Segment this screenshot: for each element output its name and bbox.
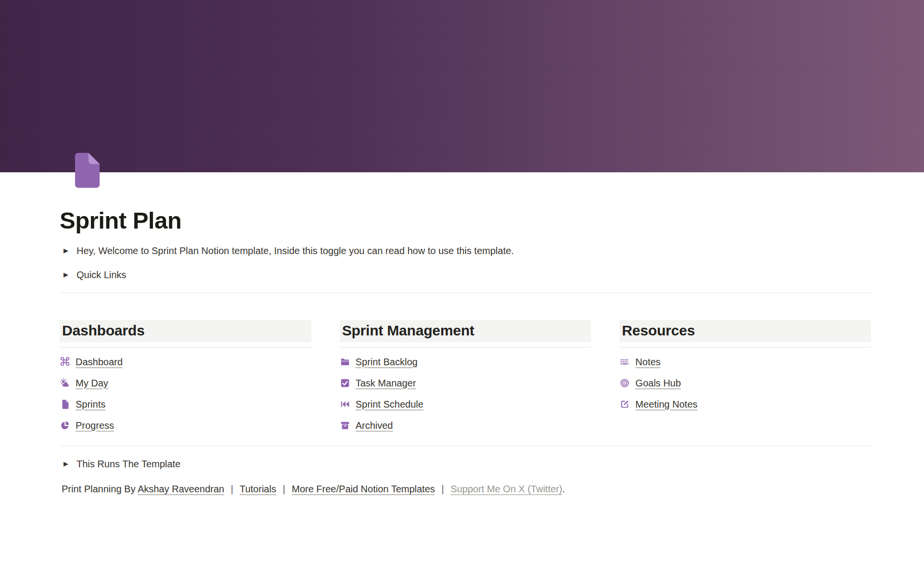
page-link-progress[interactable]: Progress <box>60 420 311 431</box>
page-link-sprints[interactable]: Sprints <box>60 398 311 410</box>
section-heading: Resources <box>619 320 871 342</box>
divider <box>60 446 871 446</box>
footer-link-support-x[interactable]: Support Me On X (Twitter) <box>450 484 562 494</box>
keyboard-icon <box>619 357 630 367</box>
cover-image <box>0 0 924 172</box>
link-list: ⌘ Dashboard <box>60 356 311 431</box>
page-link-goals-hub[interactable]: Goals Hub <box>619 377 871 389</box>
page-link-sprint-backlog[interactable]: Sprint Backlog <box>340 356 591 368</box>
link-list: Notes Goals Hub <box>619 356 871 410</box>
footer-link-templates[interactable]: More Free/Paid Notion Templates <box>292 484 435 494</box>
page-link-label: Progress <box>76 420 114 431</box>
page-link-label: Sprints <box>76 399 105 410</box>
page-link-archived[interactable]: Archived <box>340 420 591 431</box>
footer: Print Planning By Akshay Raveendran | Tu… <box>60 482 871 496</box>
toggle-triangle-icon[interactable]: ▶ <box>62 459 70 469</box>
command-icon: ⌘ <box>60 357 70 367</box>
folder-icon <box>340 357 350 367</box>
divider <box>619 347 871 347</box>
compose-icon <box>619 399 630 410</box>
footer-period: . <box>562 484 565 494</box>
toggle-triangle-icon[interactable]: ▶ <box>62 246 70 256</box>
page-link-notes[interactable]: Notes <box>619 356 871 368</box>
column-dashboards: Dashboards ⌘ Dashboard <box>60 320 311 431</box>
columns: Dashboards ⌘ Dashboard <box>60 320 871 431</box>
page-body: Sprint Plan ▶ Hey, Welcome to Sprint Pla… <box>0 207 924 525</box>
page-link-meeting-notes[interactable]: Meeting Notes <box>619 398 871 410</box>
footer-link-tutorials[interactable]: Tutorials <box>240 484 276 494</box>
divider <box>340 347 591 347</box>
footer-prefix: Print Planning By <box>62 484 138 494</box>
column-sprint-management: Sprint Management Sprint Backlog <box>340 320 591 431</box>
link-list: Sprint Backlog Task Manager <box>340 356 591 431</box>
toggle-welcome: ▶ Hey, Welcome to Sprint Plan Notion tem… <box>60 244 871 258</box>
page-link-label: Sprint Backlog <box>356 357 418 368</box>
page-link-label: Meeting Notes <box>635 399 697 410</box>
section-heading: Dashboards <box>60 320 311 342</box>
page-link-label: Notes <box>635 357 660 368</box>
pie-chart-icon <box>60 420 70 431</box>
toggle-runs-template: ▶ This Runs The Template <box>60 457 871 471</box>
toggle-triangle-icon[interactable]: ▶ <box>62 270 70 280</box>
column-resources: Resources Notes <box>619 320 871 431</box>
footer-separator: | <box>282 484 285 494</box>
page-link-dashboard[interactable]: ⌘ Dashboard <box>60 356 311 368</box>
toggle-welcome-text: Hey, Welcome to Sprint Plan Notion templ… <box>77 244 514 258</box>
page-link-sprint-schedule[interactable]: Sprint Schedule <box>340 398 591 410</box>
page-link-label: Goals Hub <box>635 378 681 389</box>
page-icon <box>60 399 70 410</box>
page-link-my-day[interactable]: My Day <box>60 377 311 389</box>
page-link-label: My Day <box>76 378 108 389</box>
section-heading: Sprint Management <box>340 320 591 342</box>
toggle-runs-template-text: This Runs The Template <box>77 457 180 471</box>
page-link-label: Dashboard <box>76 357 123 368</box>
page-link-task-manager[interactable]: Task Manager <box>340 377 591 389</box>
footer-separator: | <box>441 484 444 494</box>
footer-link-author[interactable]: Akshay Raveendran <box>138 484 224 494</box>
page-link-label: Archived <box>356 420 393 431</box>
page-link-label: Task Manager <box>356 378 416 389</box>
divider <box>60 347 311 347</box>
toggle-quick-links-text: Quick Links <box>77 268 126 282</box>
toggle-quick-links: ▶ Quick Links <box>60 268 871 282</box>
checkbox-icon <box>340 378 350 388</box>
page-link-label: Sprint Schedule <box>356 399 424 410</box>
purple-page-icon[interactable] <box>70 152 102 189</box>
rewind-icon <box>340 399 350 410</box>
target-icon <box>619 378 630 388</box>
footer-separator: | <box>231 484 233 494</box>
sun-cloud-icon <box>60 378 70 388</box>
page-title: Sprint Plan <box>60 207 871 234</box>
divider <box>60 293 871 293</box>
archive-icon <box>340 420 350 431</box>
